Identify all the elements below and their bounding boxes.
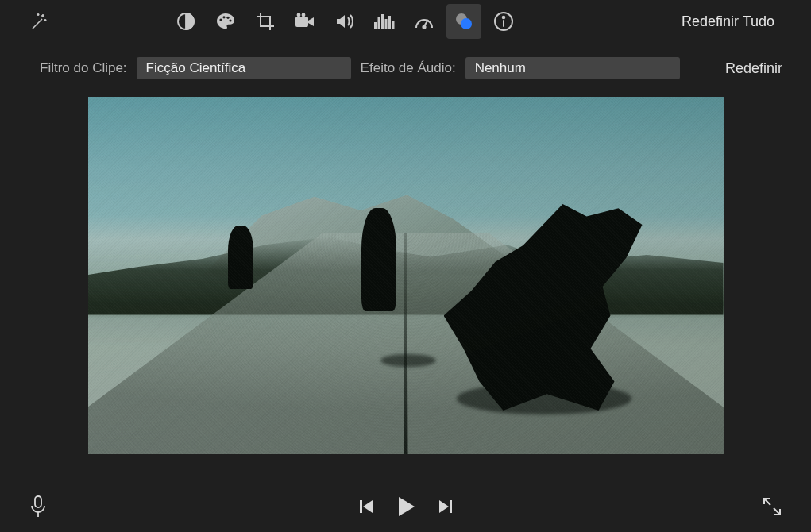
audio-effect-dropdown[interactable]: Nenhum (465, 57, 680, 79)
svg-point-1 (219, 18, 222, 21)
svg-point-16 (461, 18, 472, 29)
inspector-toolbar: Redefinir Tudo (0, 0, 811, 43)
camera-icon[interactable] (288, 4, 322, 39)
fullscreen-icon[interactable] (762, 496, 782, 517)
clip-filter-icon[interactable] (446, 4, 481, 39)
play-icon[interactable] (396, 495, 416, 518)
reset-all-button[interactable]: Redefinir Tudo (667, 13, 789, 30)
svg-rect-22 (450, 500, 452, 513)
video-preview[interactable] (88, 97, 724, 454)
svg-point-3 (226, 17, 229, 19)
svg-rect-8 (374, 22, 377, 29)
clip-filter-label: Filtro do Clipe: (40, 60, 127, 76)
audio-effect-label: Efeito de Áudio: (361, 60, 456, 76)
svg-rect-9 (378, 17, 380, 29)
transport-bar (0, 481, 811, 532)
svg-point-4 (229, 19, 231, 21)
svg-rect-21 (360, 500, 362, 513)
svg-point-14 (423, 25, 425, 28)
inspector-tool-row (168, 4, 521, 39)
crop-icon[interactable] (248, 4, 283, 39)
svg-point-7 (302, 13, 306, 17)
svg-rect-13 (392, 21, 395, 29)
microphone-icon[interactable] (29, 495, 48, 519)
svg-rect-11 (385, 19, 388, 29)
info-icon[interactable] (486, 4, 521, 39)
svg-rect-20 (35, 496, 41, 507)
clip-filter-dropdown[interactable]: Ficção Científica (137, 57, 351, 79)
preview-area (0, 83, 811, 454)
svg-point-2 (222, 16, 225, 18)
prev-frame-icon[interactable] (357, 498, 375, 515)
svg-rect-5 (295, 17, 308, 27)
equalizer-icon[interactable] (367, 4, 402, 39)
magic-wand-icon[interactable] (22, 4, 57, 39)
svg-rect-10 (381, 14, 384, 29)
filter-row: Filtro do Clipe: Ficção Científica Efeit… (0, 43, 811, 83)
color-balance-icon[interactable] (168, 4, 203, 39)
svg-point-19 (503, 17, 505, 19)
palette-icon[interactable] (208, 4, 243, 39)
speed-icon[interactable] (407, 4, 442, 39)
next-frame-icon[interactable] (437, 498, 454, 515)
volume-icon[interactable] (327, 4, 362, 39)
svg-point-6 (297, 13, 301, 17)
reset-button[interactable]: Redefinir (725, 60, 787, 77)
svg-rect-12 (388, 16, 391, 29)
